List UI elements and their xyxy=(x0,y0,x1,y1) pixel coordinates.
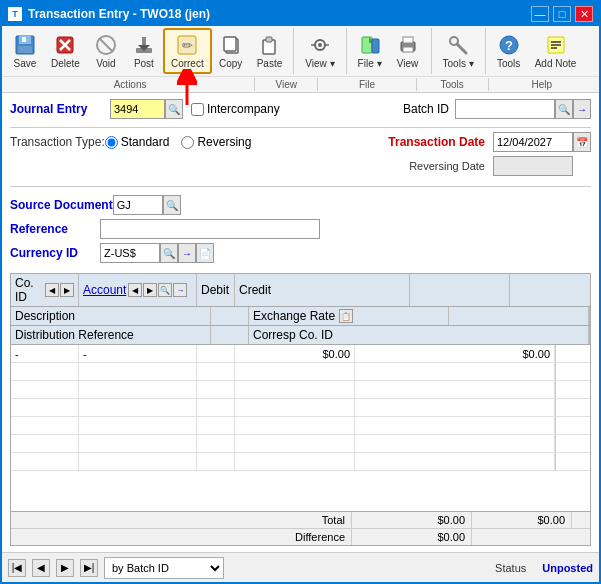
currency-row: Currency ID 🔍 → 📄 xyxy=(10,243,591,263)
nav-last-btn[interactable]: ▶| xyxy=(80,559,98,577)
table-row: - - $0.00 $0.00 xyxy=(11,345,590,363)
grid-data: - - $0.00 $0.00 xyxy=(11,345,590,511)
tools-label-group: Tools xyxy=(417,78,489,91)
post-icon xyxy=(132,33,156,57)
diff-scroll xyxy=(572,529,590,545)
diff-label-cell: Difference xyxy=(11,529,352,545)
delete-label: Delete xyxy=(51,58,80,69)
journal-entry-search-btn[interactable]: 🔍 xyxy=(165,99,183,119)
col-dist-ref: Distribution Reference xyxy=(11,326,211,344)
add-note-button[interactable]: Add Note xyxy=(528,28,584,74)
currency-id-label: Currency ID xyxy=(10,246,100,260)
grid-header-2: Description Exchange Rate 📋 xyxy=(11,307,590,326)
journal-entry-label: Journal Entry xyxy=(10,102,110,116)
add-note-label: Add Note xyxy=(535,58,577,69)
radio-reversing[interactable]: Reversing xyxy=(181,135,251,149)
save-button[interactable]: Save xyxy=(6,28,44,74)
minimize-button[interactable]: — xyxy=(531,6,549,22)
batch-id-nav-btn[interactable]: → xyxy=(573,99,591,119)
void-button[interactable]: Void xyxy=(87,28,125,74)
col-debit-cell: Debit xyxy=(197,274,235,306)
cell-scrollbar xyxy=(555,345,573,362)
source-doc-search-btn[interactable]: 🔍 xyxy=(163,195,181,215)
source-document-input[interactable] xyxy=(113,195,163,215)
void-label: Void xyxy=(96,58,115,69)
main-window: T Transaction Entry - TWO18 (jen) — □ ✕ … xyxy=(0,0,601,584)
currency-search-btn[interactable]: 🔍 xyxy=(160,243,178,263)
svg-point-21 xyxy=(318,43,322,47)
account-nav-btn[interactable]: → xyxy=(173,283,187,297)
correct-button[interactable]: ✏ Correct xyxy=(163,28,212,74)
post-button[interactable]: Post xyxy=(125,28,163,74)
batch-id-input[interactable] xyxy=(455,99,555,119)
svg-line-31 xyxy=(457,44,466,53)
void-icon xyxy=(94,33,118,57)
journal-entry-row: Journal Entry 🔍 Intercompany Batch ID 🔍 … xyxy=(10,99,591,119)
account-next-btn[interactable]: ▶ xyxy=(143,283,157,297)
view-icon xyxy=(308,33,332,57)
transaction-date-input[interactable] xyxy=(493,132,573,152)
account-link[interactable]: Account xyxy=(83,283,126,297)
transaction-date-label: Transaction Date xyxy=(388,135,485,149)
add-note-icon xyxy=(544,33,568,57)
file-group: File ▾ View xyxy=(351,28,432,74)
scroll-area3 xyxy=(589,326,591,344)
nav-next-btn[interactable]: ▶ xyxy=(56,559,74,577)
intercompany-checkbox[interactable] xyxy=(191,103,204,116)
co-id-next-btn[interactable]: ▶ xyxy=(60,283,74,297)
reference-row: Reference xyxy=(10,219,591,239)
transaction-date-cal-btn[interactable]: 📅 xyxy=(573,132,591,152)
account-prev-btn[interactable]: ◀ xyxy=(128,283,142,297)
transaction-type-row: Transaction Type: Standard Reversing Tra… xyxy=(10,132,591,152)
file-icon xyxy=(358,33,382,57)
tools-button[interactable]: Tools ▾ xyxy=(436,28,481,74)
batch-id-label: Batch ID xyxy=(403,102,449,116)
file-button[interactable]: File ▾ xyxy=(351,28,389,74)
reference-label: Reference xyxy=(10,222,100,236)
svg-rect-29 xyxy=(403,47,413,52)
col-account-cell: Account ◀ ▶ 🔍 → xyxy=(79,274,197,306)
help-button[interactable]: ? Tools xyxy=(490,28,528,74)
radio-standard-label: Standard xyxy=(121,135,170,149)
tools-label: Tools ▾ xyxy=(443,58,474,69)
reference-input[interactable] xyxy=(100,219,320,239)
account-search-btn[interactable]: 🔍 xyxy=(158,283,172,297)
currency-doc-btn[interactable]: 📄 xyxy=(196,243,214,263)
co-id-prev-btn[interactable]: ◀ xyxy=(45,283,59,297)
nav-first-btn[interactable]: |◀ xyxy=(8,559,26,577)
status-label: Status xyxy=(495,562,526,574)
batch-id-search-btn[interactable]: 🔍 xyxy=(555,99,573,119)
view-label: View ▾ xyxy=(305,58,334,69)
correct-icon: ✏ xyxy=(175,33,199,57)
close-button[interactable]: ✕ xyxy=(575,6,593,22)
svg-rect-17 xyxy=(224,37,236,51)
status-value: Unposted xyxy=(542,562,593,574)
nav-prev-btn[interactable]: ◀ xyxy=(32,559,50,577)
content-area: Journal Entry 🔍 Intercompany Batch ID 🔍 … xyxy=(2,93,599,552)
maximize-button[interactable]: □ xyxy=(553,6,571,22)
tools-group: Tools ▾ xyxy=(436,28,486,74)
print-button[interactable]: View xyxy=(389,28,427,74)
journal-entry-input[interactable] xyxy=(110,99,165,119)
reversing-date-label: Reversing Date xyxy=(409,160,485,172)
batch-id-dropdown[interactable]: by Batch ID xyxy=(104,557,224,579)
currency-id-input[interactable] xyxy=(100,243,160,263)
cell-debit: $0.00 xyxy=(235,345,355,362)
view-button[interactable]: View ▾ xyxy=(298,28,341,74)
radio-reversing-input[interactable] xyxy=(181,136,194,149)
cell-credit: $0.00 xyxy=(355,345,555,362)
radio-standard[interactable]: Standard xyxy=(105,135,170,149)
delete-button[interactable]: Delete xyxy=(44,28,87,74)
radio-standard-input[interactable] xyxy=(105,136,118,149)
window-icon: T xyxy=(8,7,22,21)
copy-label: Copy xyxy=(219,58,242,69)
transaction-type-label: Transaction Type: xyxy=(10,135,105,149)
help-icon: ? xyxy=(497,33,521,57)
entry-grid: Co. ID ◀ ▶ Account ◀ ▶ 🔍 → xyxy=(10,273,591,546)
svg-rect-19 xyxy=(266,37,272,42)
intercompany-label: Intercompany xyxy=(207,102,280,116)
paste-button[interactable]: Paste xyxy=(250,28,290,74)
copy-button[interactable]: Copy xyxy=(212,28,250,74)
currency-nav-btn[interactable]: → xyxy=(178,243,196,263)
exchange-rate-btn[interactable]: 📋 xyxy=(339,309,353,323)
